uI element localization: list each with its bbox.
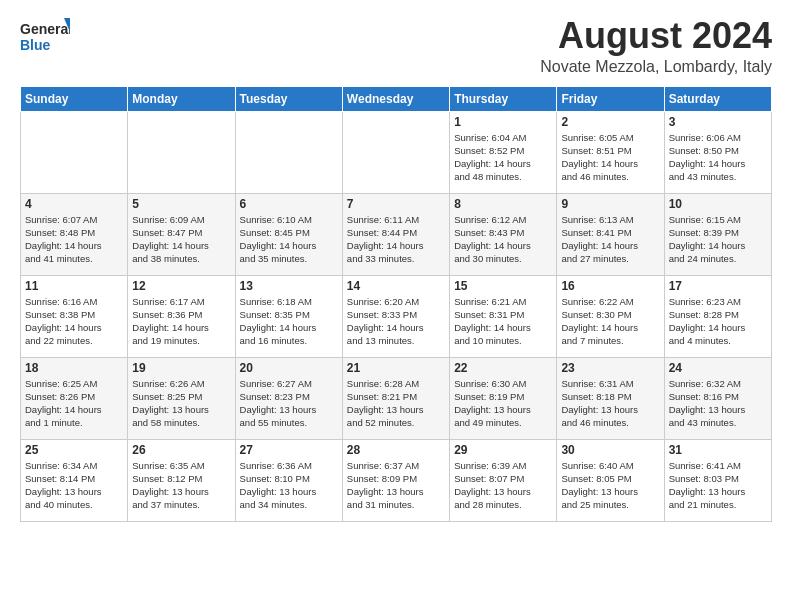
day-number: 16 bbox=[561, 279, 659, 293]
calendar-cell: 3Sunrise: 6:06 AMSunset: 8:50 PMDaylight… bbox=[664, 111, 771, 193]
week-row-1: 1Sunrise: 6:04 AMSunset: 8:52 PMDaylight… bbox=[21, 111, 772, 193]
calendar-cell: 14Sunrise: 6:20 AMSunset: 8:33 PMDayligh… bbox=[342, 275, 449, 357]
day-header-monday: Monday bbox=[128, 86, 235, 111]
day-number: 15 bbox=[454, 279, 552, 293]
day-info: Sunrise: 6:27 AMSunset: 8:23 PMDaylight:… bbox=[240, 377, 338, 430]
calendar-cell: 21Sunrise: 6:28 AMSunset: 8:21 PMDayligh… bbox=[342, 357, 449, 439]
week-row-3: 11Sunrise: 6:16 AMSunset: 8:38 PMDayligh… bbox=[21, 275, 772, 357]
calendar-cell: 20Sunrise: 6:27 AMSunset: 8:23 PMDayligh… bbox=[235, 357, 342, 439]
day-number: 22 bbox=[454, 361, 552, 375]
day-info: Sunrise: 6:41 AMSunset: 8:03 PMDaylight:… bbox=[669, 459, 767, 512]
calendar-cell: 11Sunrise: 6:16 AMSunset: 8:38 PMDayligh… bbox=[21, 275, 128, 357]
calendar-cell: 10Sunrise: 6:15 AMSunset: 8:39 PMDayligh… bbox=[664, 193, 771, 275]
day-info: Sunrise: 6:12 AMSunset: 8:43 PMDaylight:… bbox=[454, 213, 552, 266]
day-number: 26 bbox=[132, 443, 230, 457]
calendar-cell: 9Sunrise: 6:13 AMSunset: 8:41 PMDaylight… bbox=[557, 193, 664, 275]
calendar-cell bbox=[21, 111, 128, 193]
calendar-cell: 8Sunrise: 6:12 AMSunset: 8:43 PMDaylight… bbox=[450, 193, 557, 275]
day-info: Sunrise: 6:31 AMSunset: 8:18 PMDaylight:… bbox=[561, 377, 659, 430]
day-header-tuesday: Tuesday bbox=[235, 86, 342, 111]
calendar-cell: 6Sunrise: 6:10 AMSunset: 8:45 PMDaylight… bbox=[235, 193, 342, 275]
day-info: Sunrise: 6:36 AMSunset: 8:10 PMDaylight:… bbox=[240, 459, 338, 512]
svg-text:Blue: Blue bbox=[20, 37, 51, 53]
calendar-cell: 12Sunrise: 6:17 AMSunset: 8:36 PMDayligh… bbox=[128, 275, 235, 357]
day-info: Sunrise: 6:25 AMSunset: 8:26 PMDaylight:… bbox=[25, 377, 123, 430]
day-number: 6 bbox=[240, 197, 338, 211]
day-info: Sunrise: 6:22 AMSunset: 8:30 PMDaylight:… bbox=[561, 295, 659, 348]
day-number: 21 bbox=[347, 361, 445, 375]
day-number: 8 bbox=[454, 197, 552, 211]
day-number: 24 bbox=[669, 361, 767, 375]
day-number: 31 bbox=[669, 443, 767, 457]
day-info: Sunrise: 6:26 AMSunset: 8:25 PMDaylight:… bbox=[132, 377, 230, 430]
calendar-cell: 15Sunrise: 6:21 AMSunset: 8:31 PMDayligh… bbox=[450, 275, 557, 357]
day-number: 19 bbox=[132, 361, 230, 375]
day-info: Sunrise: 6:10 AMSunset: 8:45 PMDaylight:… bbox=[240, 213, 338, 266]
day-info: Sunrise: 6:11 AMSunset: 8:44 PMDaylight:… bbox=[347, 213, 445, 266]
day-info: Sunrise: 6:07 AMSunset: 8:48 PMDaylight:… bbox=[25, 213, 123, 266]
day-info: Sunrise: 6:16 AMSunset: 8:38 PMDaylight:… bbox=[25, 295, 123, 348]
day-info: Sunrise: 6:18 AMSunset: 8:35 PMDaylight:… bbox=[240, 295, 338, 348]
calendar-cell: 16Sunrise: 6:22 AMSunset: 8:30 PMDayligh… bbox=[557, 275, 664, 357]
title-area: August 2024 Novate Mezzola, Lombardy, It… bbox=[540, 16, 772, 76]
calendar-cell: 18Sunrise: 6:25 AMSunset: 8:26 PMDayligh… bbox=[21, 357, 128, 439]
day-number: 25 bbox=[25, 443, 123, 457]
day-number: 17 bbox=[669, 279, 767, 293]
calendar-cell bbox=[342, 111, 449, 193]
calendar-cell: 29Sunrise: 6:39 AMSunset: 8:07 PMDayligh… bbox=[450, 439, 557, 521]
day-number: 9 bbox=[561, 197, 659, 211]
day-number: 13 bbox=[240, 279, 338, 293]
day-number: 23 bbox=[561, 361, 659, 375]
calendar-cell: 24Sunrise: 6:32 AMSunset: 8:16 PMDayligh… bbox=[664, 357, 771, 439]
calendar-cell: 1Sunrise: 6:04 AMSunset: 8:52 PMDaylight… bbox=[450, 111, 557, 193]
page: General Blue August 2024 Novate Mezzola,… bbox=[0, 0, 792, 532]
logo-svg: General Blue bbox=[20, 16, 70, 58]
week-row-4: 18Sunrise: 6:25 AMSunset: 8:26 PMDayligh… bbox=[21, 357, 772, 439]
day-info: Sunrise: 6:04 AMSunset: 8:52 PMDaylight:… bbox=[454, 131, 552, 184]
month-title: August 2024 bbox=[540, 16, 772, 56]
calendar-cell: 31Sunrise: 6:41 AMSunset: 8:03 PMDayligh… bbox=[664, 439, 771, 521]
calendar-cell: 19Sunrise: 6:26 AMSunset: 8:25 PMDayligh… bbox=[128, 357, 235, 439]
calendar-cell bbox=[128, 111, 235, 193]
day-header-sunday: Sunday bbox=[21, 86, 128, 111]
day-number: 3 bbox=[669, 115, 767, 129]
calendar-cell: 26Sunrise: 6:35 AMSunset: 8:12 PMDayligh… bbox=[128, 439, 235, 521]
calendar-cell: 28Sunrise: 6:37 AMSunset: 8:09 PMDayligh… bbox=[342, 439, 449, 521]
day-info: Sunrise: 6:30 AMSunset: 8:19 PMDaylight:… bbox=[454, 377, 552, 430]
day-number: 10 bbox=[669, 197, 767, 211]
calendar-cell bbox=[235, 111, 342, 193]
calendar-cell: 7Sunrise: 6:11 AMSunset: 8:44 PMDaylight… bbox=[342, 193, 449, 275]
day-info: Sunrise: 6:20 AMSunset: 8:33 PMDaylight:… bbox=[347, 295, 445, 348]
calendar-cell: 30Sunrise: 6:40 AMSunset: 8:05 PMDayligh… bbox=[557, 439, 664, 521]
day-header-saturday: Saturday bbox=[664, 86, 771, 111]
day-number: 30 bbox=[561, 443, 659, 457]
calendar-cell: 23Sunrise: 6:31 AMSunset: 8:18 PMDayligh… bbox=[557, 357, 664, 439]
calendar-table: SundayMondayTuesdayWednesdayThursdayFrid… bbox=[20, 86, 772, 522]
day-info: Sunrise: 6:28 AMSunset: 8:21 PMDaylight:… bbox=[347, 377, 445, 430]
location: Novate Mezzola, Lombardy, Italy bbox=[540, 58, 772, 76]
day-number: 14 bbox=[347, 279, 445, 293]
header: General Blue August 2024 Novate Mezzola,… bbox=[20, 16, 772, 76]
week-row-2: 4Sunrise: 6:07 AMSunset: 8:48 PMDaylight… bbox=[21, 193, 772, 275]
day-info: Sunrise: 6:21 AMSunset: 8:31 PMDaylight:… bbox=[454, 295, 552, 348]
day-number: 7 bbox=[347, 197, 445, 211]
day-number: 1 bbox=[454, 115, 552, 129]
day-info: Sunrise: 6:13 AMSunset: 8:41 PMDaylight:… bbox=[561, 213, 659, 266]
day-info: Sunrise: 6:37 AMSunset: 8:09 PMDaylight:… bbox=[347, 459, 445, 512]
week-row-5: 25Sunrise: 6:34 AMSunset: 8:14 PMDayligh… bbox=[21, 439, 772, 521]
day-number: 2 bbox=[561, 115, 659, 129]
day-header-thursday: Thursday bbox=[450, 86, 557, 111]
calendar-cell: 5Sunrise: 6:09 AMSunset: 8:47 PMDaylight… bbox=[128, 193, 235, 275]
calendar-cell: 27Sunrise: 6:36 AMSunset: 8:10 PMDayligh… bbox=[235, 439, 342, 521]
day-number: 20 bbox=[240, 361, 338, 375]
logo: General Blue bbox=[20, 16, 70, 58]
day-number: 4 bbox=[25, 197, 123, 211]
day-number: 29 bbox=[454, 443, 552, 457]
day-header-wednesday: Wednesday bbox=[342, 86, 449, 111]
day-info: Sunrise: 6:34 AMSunset: 8:14 PMDaylight:… bbox=[25, 459, 123, 512]
svg-text:General: General bbox=[20, 21, 70, 37]
calendar-cell: 13Sunrise: 6:18 AMSunset: 8:35 PMDayligh… bbox=[235, 275, 342, 357]
day-info: Sunrise: 6:06 AMSunset: 8:50 PMDaylight:… bbox=[669, 131, 767, 184]
day-number: 28 bbox=[347, 443, 445, 457]
day-number: 12 bbox=[132, 279, 230, 293]
